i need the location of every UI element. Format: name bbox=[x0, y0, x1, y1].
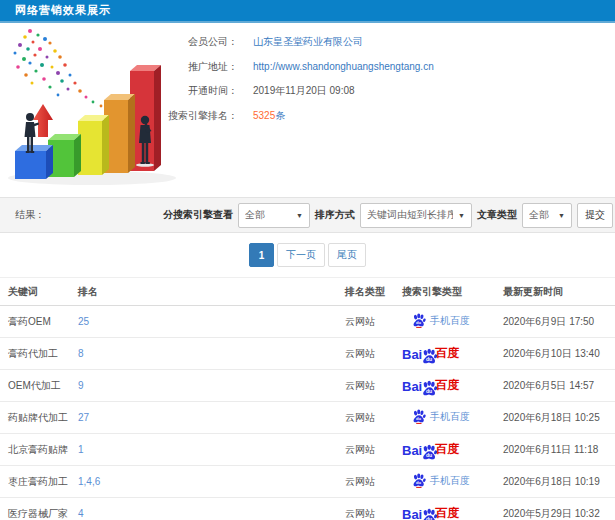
updated-cell: 2020年6月11日 11:18 bbox=[495, 434, 615, 466]
info-row-url: 推广地址： http://www.shandonghuangshengtang.… bbox=[150, 55, 610, 80]
engine-baidu-pc: Bai du 百度 bbox=[402, 505, 459, 520]
rank-link[interactable]: 8 bbox=[78, 348, 84, 359]
rank-count-number: 5325 bbox=[253, 110, 275, 121]
sort-select-value: 关键词由短到长排序 bbox=[367, 208, 453, 222]
engine-baidu-pc: Bai du 百度 bbox=[402, 377, 459, 394]
baidu-bai-text: Bai bbox=[402, 443, 422, 458]
engine-mobile-label: 手机百度 bbox=[430, 474, 470, 488]
filter-controls: 分搜索引擎查看 全部 ▼ 排序方式 关键词由短到长排序 ▼ 文章类型 全部 ▼ … bbox=[163, 203, 615, 228]
pagination: 1 下一页 尾页 bbox=[0, 243, 615, 267]
engine-mobile-baidu: du 手机百度 bbox=[412, 409, 470, 424]
rank-type-cell: 云网站 bbox=[337, 434, 394, 466]
rank-type-cell: 云网站 bbox=[337, 370, 394, 402]
rank-count-suffix: 条 bbox=[275, 110, 285, 121]
engine-cell: du 手机百度 bbox=[394, 306, 495, 338]
company-link[interactable]: 山东皇圣堂药业有限公司 bbox=[253, 36, 363, 47]
bar-blue bbox=[15, 145, 53, 179]
article-type-select-value: 全部 bbox=[529, 208, 553, 222]
rank-type-cell: 云网站 bbox=[337, 498, 394, 520]
rank-link[interactable]: 25 bbox=[78, 316, 89, 327]
header-updated: 最新更新时间 bbox=[495, 278, 615, 306]
keyword-cell: 北京膏药贴牌 bbox=[0, 434, 70, 466]
baidu-paw-icon: du bbox=[412, 313, 426, 328]
baidu-du-text: du bbox=[426, 452, 432, 458]
bar-yellow bbox=[78, 115, 109, 175]
engine-cell: du 手机百度 bbox=[394, 402, 495, 434]
chevron-down-icon: ▼ bbox=[558, 212, 565, 219]
keyword-cell: 枣庄膏药加工 bbox=[0, 466, 70, 498]
keyword-cell: 膏药代加工 bbox=[0, 338, 70, 370]
engine-mobile-baidu: du 手机百度 bbox=[412, 313, 470, 328]
rank-count-label: 搜索引擎排名： bbox=[150, 109, 238, 123]
results-table: 关键词 排名 排名类型 搜索引擎类型 最新更新时间 膏药OEM 25 云网站 bbox=[0, 277, 615, 520]
filter-bar: 结果： 分搜索引擎查看 全部 ▼ 排序方式 关键词由短到长排序 ▼ 文章类型 全… bbox=[0, 197, 615, 233]
engine-mobile-label: 手机百度 bbox=[430, 410, 470, 424]
article-type-label: 文章类型 bbox=[477, 208, 517, 222]
header-rank-type: 排名类型 bbox=[337, 278, 394, 306]
promo-url-link[interactable]: http://www.shandonghuangshengtang.cn bbox=[253, 61, 434, 72]
baidu-bai-text: Bai bbox=[402, 507, 422, 520]
promo-url-label: 推广地址： bbox=[150, 60, 238, 74]
updated-cell: 2020年6月18日 10:25 bbox=[495, 402, 615, 434]
member-info-panel: 会员公司： 山东皇圣堂药业有限公司 推广地址： http://www.shand… bbox=[150, 30, 610, 128]
open-time-value: 2019年11月20日 09:08 bbox=[253, 84, 355, 98]
table-row: OEM代加工 9 云网站 Bai du bbox=[0, 370, 615, 402]
table-header-row: 关键词 排名 排名类型 搜索引擎类型 最新更新时间 bbox=[0, 278, 615, 306]
chevron-down-icon: ▼ bbox=[296, 212, 303, 219]
info-row-company: 会员公司： 山东皇圣堂药业有限公司 bbox=[150, 30, 610, 55]
rank-link[interactable]: 1,4,6 bbox=[78, 476, 100, 487]
baidu-cn-text: 百度 bbox=[435, 345, 459, 362]
updated-cell: 2020年5月29日 10:32 bbox=[495, 498, 615, 520]
table-row: 北京膏药贴牌 1 云网站 Bai du bbox=[0, 434, 615, 466]
last-page-button[interactable]: 尾页 bbox=[328, 243, 366, 267]
updated-cell: 2020年6月10日 13:40 bbox=[495, 338, 615, 370]
baidu-cn-text: 百度 bbox=[435, 505, 459, 520]
keyword-cell: 药贴牌代加工 bbox=[0, 402, 70, 434]
info-row-rank-count: 搜索引擎排名： 5325条 bbox=[150, 104, 610, 129]
updated-cell: 2020年6月5日 14:57 bbox=[495, 370, 615, 402]
table-row: 膏药代加工 8 云网站 Bai du bbox=[0, 338, 615, 370]
submit-button[interactable]: 提交 bbox=[577, 203, 613, 228]
up-arrow-icon bbox=[33, 104, 53, 137]
rank-type-cell: 云网站 bbox=[337, 338, 394, 370]
open-time-label: 开通时间： bbox=[150, 84, 238, 98]
baidu-cn-text: 百度 bbox=[435, 377, 459, 394]
company-label: 会员公司： bbox=[150, 35, 238, 49]
baidu-paw-icon: du bbox=[412, 473, 426, 488]
updated-cell: 2020年6月9日 17:50 bbox=[495, 306, 615, 338]
chevron-down-icon: ▼ bbox=[458, 212, 465, 219]
engine-select[interactable]: 全部 ▼ bbox=[238, 203, 310, 228]
article-type-select[interactable]: 全部 ▼ bbox=[522, 203, 572, 228]
updated-cell: 2020年6月18日 10:19 bbox=[495, 466, 615, 498]
engine-mobile-baidu: du 手机百度 bbox=[412, 473, 470, 488]
rank-link[interactable]: 4 bbox=[78, 508, 84, 519]
baidu-cn-text: 百度 bbox=[435, 441, 459, 458]
rank-type-cell: 云网站 bbox=[337, 402, 394, 434]
engine-baidu-pc: Bai du 百度 bbox=[402, 345, 459, 362]
sort-filter-label: 排序方式 bbox=[315, 208, 355, 222]
engine-cell: Bai du 百度 bbox=[394, 338, 495, 370]
engine-cell: du 手机百度 bbox=[394, 466, 495, 498]
page-1-button[interactable]: 1 bbox=[249, 243, 274, 267]
rank-link[interactable]: 1 bbox=[78, 444, 84, 455]
keyword-cell: OEM代加工 bbox=[0, 370, 70, 402]
baidu-bai-text: Bai bbox=[402, 347, 422, 362]
confetti-dots bbox=[14, 29, 111, 112]
baidu-du-text: du bbox=[426, 388, 432, 394]
baidu-du-text: du bbox=[426, 356, 432, 362]
header-keyword: 关键词 bbox=[0, 278, 70, 306]
rank-link[interactable]: 27 bbox=[78, 412, 89, 423]
next-page-button[interactable]: 下一页 bbox=[277, 243, 325, 267]
table-body: 膏药OEM 25 云网站 du bbox=[0, 306, 615, 520]
keyword-cell: 医疗器械厂家 bbox=[0, 498, 70, 520]
engine-cell: Bai du 百度 bbox=[394, 498, 495, 520]
rank-link[interactable]: 9 bbox=[78, 380, 84, 391]
result-label: 结果： bbox=[15, 208, 45, 222]
baidu-du-text: du bbox=[416, 320, 422, 325]
rank-type-cell: 云网站 bbox=[337, 466, 394, 498]
table-row: 枣庄膏药加工 1,4,6 云网站 du bbox=[0, 466, 615, 498]
sort-select[interactable]: 关键词由短到长排序 ▼ bbox=[360, 203, 472, 228]
table-row: 膏药OEM 25 云网站 du bbox=[0, 306, 615, 338]
engine-cell: Bai du 百度 bbox=[394, 434, 495, 466]
table-row: 医疗器械厂家 4 云网站 Bai du bbox=[0, 498, 615, 520]
